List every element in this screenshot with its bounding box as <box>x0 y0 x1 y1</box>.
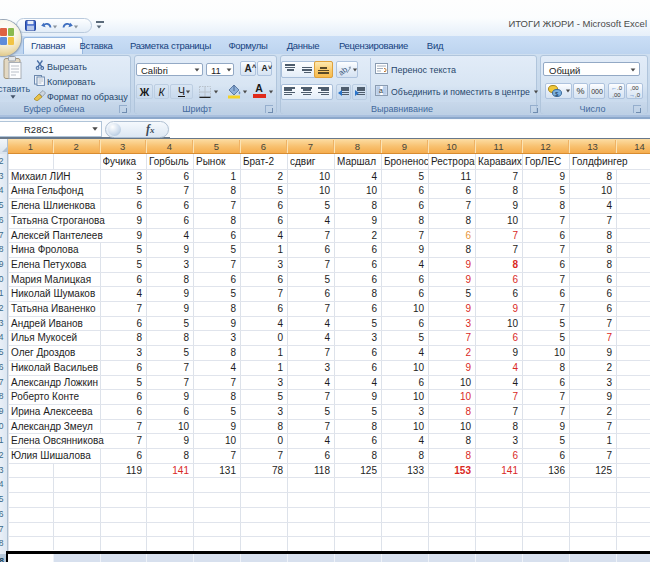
svg-text:а: а <box>379 87 383 94</box>
svg-text:ab: ab <box>338 65 350 76</box>
